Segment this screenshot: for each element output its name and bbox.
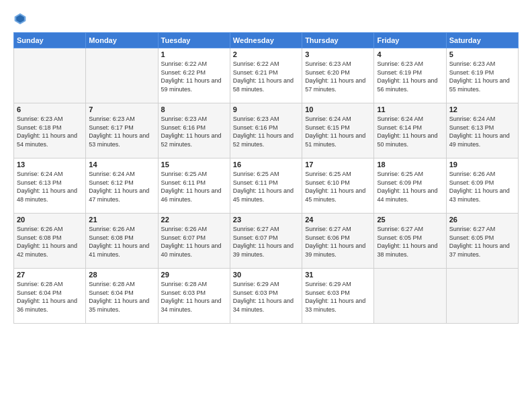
calendar-cell: 1Sunrise: 6:22 AMSunset: 6:22 PMDaylight… xyxy=(158,48,230,103)
day-info: Sunrise: 6:22 AMSunset: 6:21 PMDaylight:… xyxy=(233,60,299,93)
calendar-cell xyxy=(86,48,158,103)
calendar-cell: 13Sunrise: 6:24 AMSunset: 6:13 PMDayligh… xyxy=(14,158,86,214)
day-number: 11 xyxy=(377,105,443,113)
page: SundayMondayTuesdayWednesdayThursdayFrid… xyxy=(0,0,532,411)
calendar-cell xyxy=(374,269,446,324)
calendar-cell: 21Sunrise: 6:26 AMSunset: 6:08 PMDayligh… xyxy=(86,214,158,269)
calendar-cell xyxy=(14,48,86,103)
calendar-week-2: 6Sunrise: 6:23 AMSunset: 6:18 PMDaylight… xyxy=(14,103,519,158)
day-info: Sunrise: 6:26 AMSunset: 6:07 PMDaylight:… xyxy=(161,225,227,259)
calendar-cell: 23Sunrise: 6:27 AMSunset: 6:07 PMDayligh… xyxy=(230,214,302,269)
day-info: Sunrise: 6:28 AMSunset: 6:04 PMDaylight:… xyxy=(89,280,154,314)
day-number: 13 xyxy=(17,161,83,169)
calendar-cell: 26Sunrise: 6:27 AMSunset: 6:05 PMDayligh… xyxy=(446,214,518,269)
calendar-cell: 29Sunrise: 6:28 AMSunset: 6:03 PMDayligh… xyxy=(158,269,230,324)
day-info: Sunrise: 6:23 AMSunset: 6:19 PMDaylight:… xyxy=(377,60,443,93)
calendar-cell: 17Sunrise: 6:25 AMSunset: 6:10 PMDayligh… xyxy=(302,158,374,214)
day-info: Sunrise: 6:24 AMSunset: 6:13 PMDaylight:… xyxy=(17,170,83,203)
calendar-cell: 10Sunrise: 6:24 AMSunset: 6:15 PMDayligh… xyxy=(302,103,374,158)
calendar-week-5: 27Sunrise: 6:28 AMSunset: 6:04 PMDayligh… xyxy=(14,269,519,324)
day-of-week-monday: Monday xyxy=(86,33,158,48)
day-number: 16 xyxy=(233,161,299,169)
day-of-week-tuesday: Tuesday xyxy=(158,33,230,48)
logo-icon xyxy=(13,12,27,26)
day-number: 18 xyxy=(377,161,443,169)
day-number: 4 xyxy=(377,50,443,58)
day-number: 27 xyxy=(17,271,83,279)
day-info: Sunrise: 6:23 AMSunset: 6:19 PMDaylight:… xyxy=(449,60,515,93)
day-number: 9 xyxy=(233,105,299,113)
day-info: Sunrise: 6:25 AMSunset: 6:11 PMDaylight:… xyxy=(233,170,299,203)
calendar-cell: 20Sunrise: 6:26 AMSunset: 6:08 PMDayligh… xyxy=(14,214,86,269)
day-number: 19 xyxy=(449,161,515,169)
day-number: 6 xyxy=(17,105,83,113)
calendar-cell: 18Sunrise: 6:25 AMSunset: 6:09 PMDayligh… xyxy=(374,158,446,214)
day-info: Sunrise: 6:26 AMSunset: 6:08 PMDaylight:… xyxy=(17,225,83,259)
calendar-cell: 6Sunrise: 6:23 AMSunset: 6:18 PMDaylight… xyxy=(14,103,86,158)
calendar-cell: 8Sunrise: 6:23 AMSunset: 6:16 PMDaylight… xyxy=(158,103,230,158)
day-info: Sunrise: 6:26 AMSunset: 6:09 PMDaylight:… xyxy=(449,170,515,203)
day-of-week-wednesday: Wednesday xyxy=(230,33,302,48)
day-number: 31 xyxy=(305,271,371,279)
calendar-body: 1Sunrise: 6:22 AMSunset: 6:22 PMDaylight… xyxy=(14,48,519,324)
day-number: 26 xyxy=(449,216,515,224)
day-of-week-thursday: Thursday xyxy=(302,33,374,48)
day-info: Sunrise: 6:27 AMSunset: 6:06 PMDaylight:… xyxy=(305,225,371,259)
calendar-cell: 25Sunrise: 6:27 AMSunset: 6:05 PMDayligh… xyxy=(374,214,446,269)
calendar-cell: 16Sunrise: 6:25 AMSunset: 6:11 PMDayligh… xyxy=(230,158,302,214)
day-number: 1 xyxy=(161,50,227,58)
day-number: 3 xyxy=(305,50,371,58)
calendar-cell: 3Sunrise: 6:23 AMSunset: 6:20 PMDaylight… xyxy=(302,48,374,103)
calendar-cell: 11Sunrise: 6:24 AMSunset: 6:14 PMDayligh… xyxy=(374,103,446,158)
day-info: Sunrise: 6:29 AMSunset: 6:03 PMDaylight:… xyxy=(305,280,371,314)
calendar-cell: 5Sunrise: 6:23 AMSunset: 6:19 PMDaylight… xyxy=(446,48,518,103)
day-info: Sunrise: 6:23 AMSunset: 6:17 PMDaylight:… xyxy=(89,115,154,148)
day-info: Sunrise: 6:29 AMSunset: 6:03 PMDaylight:… xyxy=(233,280,299,314)
calendar-week-4: 20Sunrise: 6:26 AMSunset: 6:08 PMDayligh… xyxy=(14,214,519,269)
day-of-week-friday: Friday xyxy=(374,33,446,48)
day-info: Sunrise: 6:23 AMSunset: 6:16 PMDaylight:… xyxy=(233,115,299,148)
day-info: Sunrise: 6:23 AMSunset: 6:20 PMDaylight:… xyxy=(305,60,371,93)
calendar-cell: 7Sunrise: 6:23 AMSunset: 6:17 PMDaylight… xyxy=(86,103,158,158)
logo xyxy=(13,12,30,26)
day-number: 5 xyxy=(449,50,515,58)
calendar-cell: 15Sunrise: 6:25 AMSunset: 6:11 PMDayligh… xyxy=(158,158,230,214)
calendar-cell: 4Sunrise: 6:23 AMSunset: 6:19 PMDaylight… xyxy=(374,48,446,103)
day-number: 2 xyxy=(233,50,299,58)
day-number: 10 xyxy=(305,105,371,113)
calendar-cell xyxy=(446,269,518,324)
day-info: Sunrise: 6:24 AMSunset: 6:15 PMDaylight:… xyxy=(305,115,371,148)
day-number: 20 xyxy=(17,216,83,224)
day-info: Sunrise: 6:24 AMSunset: 6:14 PMDaylight:… xyxy=(377,115,443,148)
calendar-week-1: 1Sunrise: 6:22 AMSunset: 6:22 PMDaylight… xyxy=(14,48,519,103)
day-info: Sunrise: 6:22 AMSunset: 6:22 PMDaylight:… xyxy=(161,60,227,93)
day-info: Sunrise: 6:23 AMSunset: 6:18 PMDaylight:… xyxy=(17,115,83,148)
calendar-cell: 30Sunrise: 6:29 AMSunset: 6:03 PMDayligh… xyxy=(230,269,302,324)
header-row: SundayMondayTuesdayWednesdayThursdayFrid… xyxy=(14,33,519,48)
day-of-week-sunday: Sunday xyxy=(14,33,86,48)
calendar-cell: 31Sunrise: 6:29 AMSunset: 6:03 PMDayligh… xyxy=(302,269,374,324)
calendar-cell: 9Sunrise: 6:23 AMSunset: 6:16 PMDaylight… xyxy=(230,103,302,158)
day-info: Sunrise: 6:24 AMSunset: 6:12 PMDaylight:… xyxy=(89,170,154,203)
day-info: Sunrise: 6:26 AMSunset: 6:08 PMDaylight:… xyxy=(89,225,154,259)
day-number: 21 xyxy=(89,216,154,224)
day-number: 22 xyxy=(161,216,227,224)
header xyxy=(13,12,519,26)
day-info: Sunrise: 6:24 AMSunset: 6:13 PMDaylight:… xyxy=(449,115,515,148)
day-number: 14 xyxy=(89,161,154,169)
day-number: 17 xyxy=(305,161,371,169)
day-info: Sunrise: 6:28 AMSunset: 6:04 PMDaylight:… xyxy=(17,280,83,314)
calendar-cell: 2Sunrise: 6:22 AMSunset: 6:21 PMDaylight… xyxy=(230,48,302,103)
day-number: 7 xyxy=(89,105,154,113)
day-number: 15 xyxy=(161,161,227,169)
calendar-cell: 28Sunrise: 6:28 AMSunset: 6:04 PMDayligh… xyxy=(86,269,158,324)
calendar-cell: 12Sunrise: 6:24 AMSunset: 6:13 PMDayligh… xyxy=(446,103,518,158)
day-info: Sunrise: 6:25 AMSunset: 6:10 PMDaylight:… xyxy=(305,170,371,203)
calendar-cell: 19Sunrise: 6:26 AMSunset: 6:09 PMDayligh… xyxy=(446,158,518,214)
day-number: 28 xyxy=(89,271,154,279)
day-info: Sunrise: 6:27 AMSunset: 6:05 PMDaylight:… xyxy=(377,225,443,259)
calendar-cell: 22Sunrise: 6:26 AMSunset: 6:07 PMDayligh… xyxy=(158,214,230,269)
calendar-cell: 27Sunrise: 6:28 AMSunset: 6:04 PMDayligh… xyxy=(14,269,86,324)
day-of-week-saturday: Saturday xyxy=(446,33,518,48)
calendar-week-3: 13Sunrise: 6:24 AMSunset: 6:13 PMDayligh… xyxy=(14,158,519,214)
